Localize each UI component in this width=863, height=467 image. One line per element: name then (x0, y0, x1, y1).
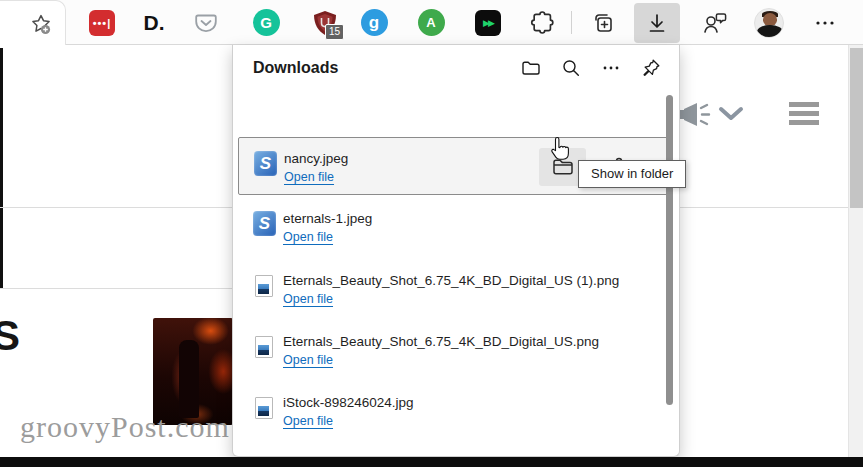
open-downloads-folder-button[interactable] (521, 58, 541, 78)
show-in-folder-tooltip: Show in folder (578, 160, 686, 188)
download-item[interactable]: Eternals_Beauty_Shot_6.75_4K_BD_Digital_… (238, 260, 668, 318)
pin-downloads-button[interactable] (641, 58, 661, 78)
extension-pocket[interactable] (193, 0, 219, 45)
settings-menu-button[interactable] (810, 0, 840, 45)
expand-button[interactable] (718, 104, 744, 124)
download-filename: Eternals_Beauty_Shot_6.75_4K_BD_Digital_… (283, 273, 619, 288)
more-options-icon (601, 58, 621, 78)
profile-avatar (754, 8, 784, 38)
add-favorite-button[interactable] (28, 1, 54, 46)
page-dark-edge (0, 48, 3, 288)
star-add-icon (29, 12, 53, 36)
downloads-panel: Downloads (232, 45, 680, 457)
downloads-list: S nancy.jpeg Open file S (233, 90, 679, 457)
download-filename: iStock-898246024.jpg (283, 395, 414, 410)
extension-grammarly[interactable]: G (252, 0, 280, 45)
collections-button[interactable] (589, 0, 617, 45)
chevron-down-icon (718, 104, 744, 124)
downloads-toolbar-button[interactable] (634, 3, 680, 43)
page-bottom-bar (0, 457, 863, 467)
downloads-more-options-button[interactable] (601, 58, 621, 78)
page-scrollbar[interactable] (848, 45, 863, 458)
page-menu-button[interactable] (789, 102, 819, 129)
extension-g[interactable]: g (360, 0, 388, 45)
download-filename: Eternals_Beauty_Shot_6.75_4K_BD_Digital_… (283, 334, 599, 349)
image-file-icon (255, 397, 273, 419)
download-item[interactable]: S eternals-1.jpeg Open file (238, 198, 668, 256)
a-extension-icon: A (418, 9, 445, 36)
download-item[interactable]: iStock-898246024.jpg Open file (238, 382, 668, 440)
page-divider-bottom (0, 288, 232, 289)
collections-icon (590, 10, 616, 36)
file-icon: S (254, 151, 278, 178)
open-file-link[interactable]: Open file (283, 414, 333, 428)
announcement-button[interactable] (676, 100, 716, 130)
feedback-button[interactable] (700, 0, 730, 45)
extension-d[interactable]: D. (138, 0, 170, 45)
download-item[interactable]: Eternals_Beauty_Shot_6.75_4K_BD_Digital_… (238, 321, 668, 379)
feedback-icon (701, 9, 729, 37)
s-app-file-icon: S (253, 211, 276, 236)
file-icon (253, 273, 277, 300)
g-extension-icon: g (361, 9, 388, 36)
puzzle-icon (530, 10, 555, 35)
browser-window: •••| D. G 15 g (0, 0, 863, 467)
ellipsis-icon (813, 11, 837, 35)
s-app-file-icon: S (254, 151, 277, 176)
extension-fast-forward[interactable]: ▶▶ (475, 0, 501, 45)
file-icon (253, 395, 277, 422)
d-extension-icon: D. (144, 11, 165, 35)
panel-scrollbar[interactable] (666, 93, 674, 453)
hamburger-icon (789, 102, 819, 107)
profile-button[interactable] (753, 0, 785, 45)
search-downloads-button[interactable] (561, 58, 581, 78)
panel-scrollbar-thumb[interactable] (666, 95, 673, 405)
fast-forward-icon: ▶▶ (475, 10, 501, 36)
download-item[interactable]: health passport for McDonalds.jpg Open f… (238, 443, 668, 457)
extension-a[interactable]: A (417, 0, 445, 45)
open-file-link[interactable]: Open file (283, 292, 333, 306)
ublock-badge: 15 (325, 24, 344, 40)
download-filename: eternals-1.jpeg (283, 211, 372, 226)
hand-cursor-icon (549, 136, 573, 163)
image-file-icon (255, 336, 273, 358)
page-heading-fragment: S (0, 312, 19, 360)
downloads-title: Downloads (253, 59, 501, 77)
downloads-panel-header: Downloads (233, 45, 679, 90)
browser-toolbar: •••| D. G 15 g (0, 0, 863, 45)
open-file-link[interactable]: Open file (283, 230, 333, 244)
mouse-cursor (549, 136, 573, 163)
pocket-icon (193, 10, 219, 36)
megaphone-icon (676, 100, 716, 130)
toolbar-divider (571, 11, 572, 34)
address-bar-end (0, 0, 66, 45)
download-icon (645, 11, 669, 35)
image-file-icon (255, 275, 273, 297)
article-photo (153, 318, 233, 425)
search-icon (561, 58, 581, 78)
grammarly-icon: G (253, 9, 280, 36)
file-icon: S (253, 211, 277, 238)
open-file-link[interactable]: Open file (284, 170, 334, 184)
lastpass-icon: •••| (89, 10, 115, 36)
page-scrollbar-thumb[interactable] (850, 48, 863, 208)
file-icon (253, 334, 277, 361)
extension-ublock[interactable]: 15 (311, 0, 339, 45)
pin-icon (641, 58, 661, 78)
download-filename: nancy.jpeg (284, 151, 348, 166)
open-file-link[interactable]: Open file (283, 353, 333, 367)
extensions-menu-button[interactable] (529, 0, 555, 45)
watermark-text: groovyPost.com (20, 410, 230, 444)
extension-lastpass[interactable]: •••| (89, 0, 115, 45)
folder-icon (521, 58, 541, 78)
